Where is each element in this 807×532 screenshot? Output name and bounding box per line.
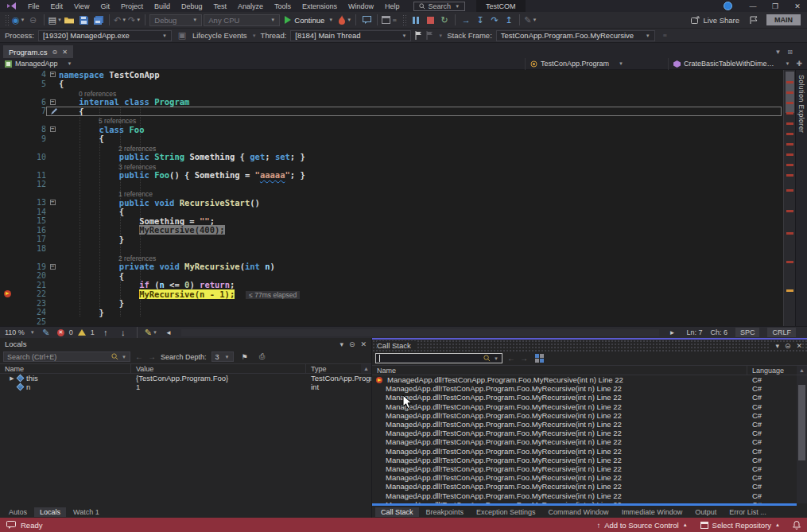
editor-horizontal-scrollbar[interactable] — [181, 329, 659, 336]
perf-tip[interactable]: ≤ 77ms elapsed — [246, 291, 300, 299]
code-line[interactable]: 7 { — [0, 107, 783, 116]
scroll-up-icon[interactable]: ▲ — [361, 364, 371, 373]
solution-config-dropdown[interactable]: Debug▼ — [149, 14, 202, 26]
window-position-icon[interactable]: ▾ — [775, 342, 779, 350]
code-line[interactable]: 8− class Foo — [0, 125, 783, 134]
toolbar-grip[interactable] — [5, 14, 9, 25]
menu-item-test[interactable]: Test — [208, 0, 232, 12]
menu-item-git[interactable]: Git — [95, 0, 115, 12]
breakpoint-margin[interactable] — [0, 244, 21, 254]
zoom-level-dropdown[interactable]: 110 % — [5, 328, 25, 336]
prev-issue-icon[interactable]: ↑ — [99, 326, 112, 339]
code-line[interactable]: 16 MyRecursive(400); — [0, 226, 783, 235]
select-repository-button[interactable]: Select Repository ▲ — [700, 521, 780, 530]
breakpoint-margin[interactable] — [0, 299, 21, 309]
restore-button[interactable]: ❐ — [766, 0, 785, 12]
step-out-icon[interactable]: ↥ — [502, 14, 515, 26]
minimize-button[interactable]: — — [743, 0, 762, 12]
breakpoint-margin[interactable] — [0, 143, 21, 153]
menu-item-file[interactable]: File — [22, 0, 45, 12]
codelens-references[interactable]: 2 references — [59, 145, 156, 153]
navigate-forward-icon[interactable]: ⊖ — [27, 14, 40, 26]
chevron-down-icon[interactable]: ▼ — [494, 356, 499, 361]
hot-reload-icon[interactable]: ▼ — [338, 14, 351, 26]
tool-tab-locals[interactable]: Locals — [34, 507, 66, 517]
tool-tab-exception-settings[interactable]: Exception Settings — [471, 507, 541, 517]
project-dropdown[interactable]: ManagedApp▼ — [0, 58, 525, 70]
breakpoint-margin[interactable] — [0, 80, 21, 89]
column-name[interactable]: Name — [372, 366, 747, 375]
call-stack-row[interactable]: ManagedApp.dll!TestConApp.Program.Foo.My… — [372, 447, 807, 456]
search-box[interactable]: Search ▼ — [413, 2, 465, 11]
code-line[interactable]: 21 if (n <= 0) return; — [0, 281, 783, 290]
menu-item-help[interactable]: Help — [379, 0, 405, 12]
call-stack-row[interactable]: ManagedApp.dll!TestConApp.Program.Foo.My… — [372, 491, 807, 499]
solution-explorer-side-tab[interactable]: Solution Explorer — [795, 70, 807, 326]
feedback-bubble-icon[interactable] — [6, 521, 16, 529]
call-stack-scrollbar[interactable] — [797, 375, 807, 503]
tab-program-cs[interactable]: Program.cs ⊝ ✕ — [3, 45, 73, 58]
call-stack-search-input[interactable]: ▼ — [375, 353, 502, 363]
codelens-row[interactable]: 1 reference — [0, 189, 783, 199]
breakpoint-margin[interactable] — [0, 88, 21, 98]
collapse-region-icon[interactable]: − — [50, 99, 56, 105]
codelens-row[interactable]: 5 references — [0, 116, 783, 126]
type-dropdown[interactable]: TestConApp.Program▼ — [525, 58, 668, 70]
undo-icon[interactable]: ↶▼ — [114, 14, 126, 26]
close-panel-icon[interactable]: ✕ — [360, 340, 367, 348]
document-health-icon[interactable]: ✎ — [40, 326, 52, 339]
code-line[interactable]: 12 — [0, 180, 783, 189]
locals-row[interactable]: ▶this{TestConApp.Program.Foo}TestConApp.… — [0, 374, 371, 382]
code-line[interactable]: 6− internal class Program — [0, 98, 783, 107]
quick-action-pen-icon[interactable] — [51, 108, 57, 115]
add-view-icon[interactable]: ✚ — [796, 60, 802, 68]
space-mode-button[interactable]: SPC — [735, 328, 760, 337]
code-fix-icon[interactable]: ✎▼ — [145, 326, 157, 339]
show-next-statement-icon[interactable]: → — [460, 14, 472, 26]
eol-mode-button[interactable]: CRLF — [767, 328, 796, 337]
lifecycle-events-label[interactable]: Lifecycle Events — [192, 31, 247, 40]
codelens-row[interactable]: 2 references — [0, 253, 783, 262]
breakpoint-margin[interactable] — [0, 289, 21, 299]
menu-item-build[interactable]: Build — [149, 0, 176, 12]
feedback-comment-icon[interactable] — [360, 14, 373, 26]
continue-button[interactable]: Continue▼ — [281, 16, 336, 25]
code-line[interactable]: 13− public void RecursiveStart() — [0, 198, 783, 208]
call-stack-row[interactable]: ManagedApp.dll!TestConApp.Program.Foo.My… — [372, 411, 807, 420]
breakpoint-margin[interactable] — [0, 308, 21, 317]
warning-count[interactable]: 1 — [91, 328, 95, 336]
menu-item-edit[interactable]: Edit — [45, 0, 69, 12]
call-stack-row[interactable]: ManagedApp.dll!TestConApp.Program.Foo.My… — [372, 420, 807, 429]
collapse-region-icon[interactable]: − — [50, 126, 56, 132]
codelens-references[interactable]: 1 reference — [59, 190, 153, 198]
locals-panel-header[interactable]: Locals ▾ ⊝ ✕ — [0, 338, 371, 350]
step-over-icon[interactable]: ↷ — [488, 14, 501, 26]
account-avatar[interactable] — [724, 2, 732, 10]
toolbar-overflow-icon[interactable]: ﹦ — [659, 29, 672, 42]
menu-item-debug[interactable]: Debug — [176, 0, 208, 12]
code-line[interactable]: 23 } — [0, 299, 783, 309]
search-forward-icon[interactable]: → — [520, 354, 528, 363]
call-stack-row[interactable]: ManagedApp.dll!TestConApp.Program.Foo.My… — [372, 393, 807, 402]
thread-dropdown[interactable]: [8184] Main Thread▼ — [290, 30, 411, 41]
menu-item-window[interactable]: Window — [343, 0, 379, 12]
column-indicator[interactable]: Ch: 6 — [710, 328, 727, 336]
navigate-target-icon[interactable]: ◉▼ — [12, 14, 25, 26]
search-back-icon[interactable]: ← — [135, 352, 143, 361]
call-stack-row[interactable]: ManagedApp.dll!TestConApp.Program.Foo.My… — [372, 384, 807, 393]
tool-tab-immediate-window[interactable]: Immediate Window — [616, 507, 689, 517]
break-all-icon[interactable] — [409, 14, 422, 26]
call-stack-row[interactable]: ManagedApp.dll!TestConApp.Program.Foo.My… — [372, 437, 807, 446]
pin-icon[interactable]: ⊝ — [52, 49, 58, 56]
add-to-source-control-button[interactable]: ↑ Add to Source Control ▲ — [596, 521, 687, 530]
search-depth-dropdown[interactable]: 3▼ — [211, 351, 234, 362]
code-line[interactable]: 4−namespace TestConApp — [0, 70, 783, 80]
breakpoint-margin[interactable] — [0, 271, 21, 281]
tool-tab-command-window[interactable]: Command Window — [543, 507, 615, 517]
menu-item-project[interactable]: Project — [115, 0, 149, 12]
codelens-row[interactable]: 3 references — [0, 161, 783, 171]
codelens-references[interactable]: 5 references — [59, 117, 136, 125]
menu-item-view[interactable]: View — [68, 0, 95, 12]
process-dropdown[interactable]: [19320] ManagedApp.exe▼ — [38, 30, 172, 41]
codelens-references[interactable]: 0 references — [59, 90, 116, 98]
